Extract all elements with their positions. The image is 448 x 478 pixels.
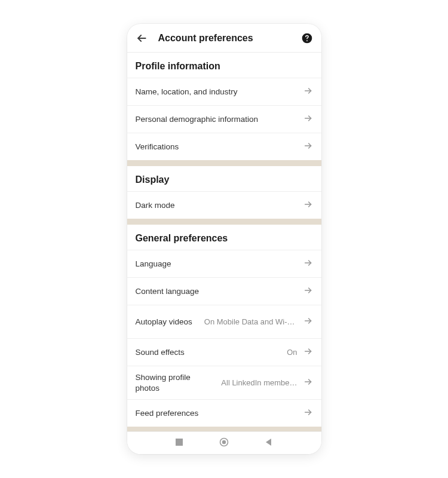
svg-rect-13 — [176, 439, 183, 446]
row-value: On — [287, 348, 297, 357]
help-icon[interactable] — [301, 32, 313, 44]
section-header-display: Display — [127, 166, 321, 191]
chevron-right-icon — [303, 200, 313, 212]
row-name-location-industry[interactable]: Name, location, and industry — [127, 78, 321, 105]
chevron-right-icon — [303, 258, 313, 270]
row-dark-mode[interactable]: Dark mode — [127, 191, 321, 219]
chevron-right-icon — [303, 347, 313, 358]
section-header-profile: Profile information — [127, 53, 321, 78]
row-label: Verifications — [136, 142, 179, 151]
row-label: Showing profile photos — [136, 372, 207, 393]
chevron-right-icon — [303, 407, 313, 419]
section-general-preferences: General preferences Language Content lan… — [127, 225, 321, 427]
row-showing-profile-photos[interactable]: Showing profile photos All LinkedIn memb… — [127, 366, 321, 399]
section-header-general: General preferences — [127, 225, 321, 250]
chevron-right-icon — [303, 286, 313, 298]
row-label: Feed preferences — [136, 409, 199, 418]
svg-point-15 — [222, 440, 226, 443]
content-scroll: Profile information Name, location, and … — [127, 53, 321, 431]
app-header: Account preferences — [127, 24, 321, 53]
row-label: Content language — [136, 287, 200, 296]
row-value: On Mobile Data and Wi-Fi Co… — [204, 317, 297, 326]
row-label: Autoplay videos — [136, 317, 192, 327]
row-sound-effects[interactable]: Sound effects On — [127, 338, 321, 366]
chevron-right-icon — [303, 114, 313, 125]
page-title: Account preferences — [158, 33, 290, 44]
row-label: Sound effects — [136, 348, 185, 357]
nav-back-icon[interactable] — [265, 438, 273, 449]
row-label: Personal demographic information — [136, 115, 259, 124]
nav-home-icon[interactable] — [219, 437, 229, 449]
svg-point-2 — [306, 40, 308, 41]
row-label: Dark mode — [136, 201, 175, 210]
back-arrow-icon[interactable] — [136, 32, 148, 44]
svg-marker-16 — [266, 439, 271, 446]
chevron-right-icon — [303, 377, 313, 389]
row-content-language[interactable]: Content language — [127, 277, 321, 305]
row-verifications[interactable]: Verifications — [127, 133, 321, 160]
section-profile-information: Profile information Name, location, and … — [127, 53, 321, 160]
row-autoplay-videos[interactable]: Autoplay videos On Mobile Data and Wi-Fi… — [127, 305, 321, 338]
row-label: Language — [136, 259, 171, 268]
section-display: Display Dark mode — [127, 166, 321, 219]
row-label: Name, location, and industry — [136, 87, 238, 96]
row-feed-preferences[interactable]: Feed preferences — [127, 399, 321, 427]
phone-frame: Account preferences Profile information … — [127, 24, 321, 454]
row-language[interactable]: Language — [127, 250, 321, 277]
row-demographic-information[interactable]: Personal demographic information — [127, 105, 321, 133]
chevron-right-icon — [303, 86, 313, 98]
system-nav-bar — [127, 431, 321, 454]
chevron-right-icon — [303, 316, 313, 328]
row-value: All LinkedIn membe… — [221, 378, 297, 387]
nav-recent-icon[interactable] — [175, 438, 183, 449]
chevron-right-icon — [303, 141, 313, 153]
